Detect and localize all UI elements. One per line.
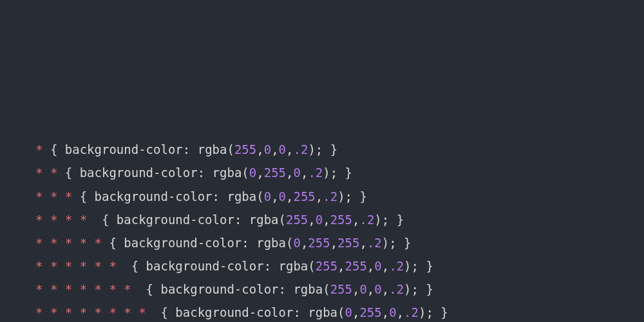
brace-open: { (95, 213, 117, 227)
value-r: 255 (286, 213, 308, 227)
comma: , (256, 142, 263, 156)
paren-close: ); } (404, 282, 433, 296)
comma: , (352, 305, 359, 319)
comma: , (286, 142, 293, 156)
css-selector: * * * * * * * (35, 282, 138, 296)
css-func: rgba (227, 189, 256, 204)
value-a: .2 (359, 213, 374, 227)
value-b: 0 (374, 259, 381, 273)
value-b: 255 (330, 213, 352, 227)
value-b: 0 (389, 305, 396, 319)
value-g: 0 (359, 282, 366, 296)
value-g: 255 (345, 259, 367, 273)
code-line: * * * * { background-color: rgba(255,0,2… (35, 208, 609, 231)
colon: : (213, 189, 227, 204)
comma: , (301, 236, 308, 250)
css-func: rgba (198, 142, 227, 156)
css-selector: * * * * * (35, 236, 102, 250)
comma: , (323, 213, 330, 227)
css-selector: * * * * * * (35, 259, 124, 273)
value-b: 255 (293, 189, 315, 204)
colon: : (242, 236, 256, 250)
value-a: .2 (404, 305, 419, 319)
paren-open: ( (323, 282, 330, 296)
paren-open: ( (308, 259, 315, 273)
colon: : (198, 166, 213, 180)
value-r: 0 (293, 236, 300, 250)
css-property: background-color (146, 259, 264, 273)
value-r: 255 (330, 282, 352, 296)
colon: : (279, 282, 294, 296)
code-line: * * * * * * { background-color: rgba(255… (35, 254, 609, 278)
paren-open: ( (256, 189, 263, 204)
paren-open: ( (242, 166, 249, 180)
comma: , (382, 282, 389, 296)
css-selector: * * * (35, 189, 72, 204)
comma: , (397, 305, 404, 319)
css-func: rgba (256, 236, 286, 250)
css-selector: * * (35, 166, 57, 180)
colon: : (183, 142, 198, 156)
comma: , (382, 259, 389, 273)
comma: , (359, 236, 366, 250)
value-r: 255 (234, 142, 256, 156)
code-snippet: * { background-color: rgba(255,0,0,.2); … (35, 138, 609, 322)
code-line: * { background-color: rgba(255,0,0,.2); … (35, 138, 609, 161)
code-line: * * { background-color: rgba(0,255,0,.2)… (35, 161, 609, 184)
paren-close: ); } (374, 213, 404, 227)
paren-close: ); } (404, 259, 433, 273)
comma: , (271, 189, 278, 204)
brace-open: { (153, 305, 175, 319)
value-g: 255 (264, 166, 286, 180)
css-property: background-color (95, 189, 213, 204)
value-g: 0 (316, 213, 323, 227)
comma: , (286, 166, 293, 180)
comma: , (337, 259, 345, 273)
brace-open: { (43, 142, 64, 156)
css-selector: * (35, 142, 43, 156)
css-property: background-color (175, 305, 293, 319)
value-a: .2 (389, 259, 404, 273)
paren-open: ( (227, 142, 234, 156)
css-property: background-color (117, 213, 234, 227)
value-g: 0 (279, 189, 286, 204)
comma: , (367, 282, 374, 296)
comma: , (271, 142, 278, 156)
paren-close: ); } (382, 236, 412, 250)
css-property: background-color (65, 142, 183, 156)
comma: , (330, 236, 337, 250)
comma: , (256, 166, 263, 180)
value-b: 0 (279, 142, 286, 156)
value-r: 0 (345, 305, 352, 319)
value-b: 255 (337, 236, 359, 250)
comma: , (286, 189, 293, 204)
value-a: .2 (389, 282, 404, 296)
brace-open: { (138, 282, 160, 296)
comma: , (316, 189, 323, 204)
css-func: rgba (279, 259, 308, 273)
css-func: rgba (249, 213, 279, 227)
colon: : (293, 305, 308, 319)
code-line: * * * * * { background-color: rgba(0,255… (35, 231, 609, 254)
colon: : (264, 259, 279, 273)
paren-open: ( (337, 305, 345, 319)
comma: , (382, 305, 389, 319)
brace-open: { (102, 236, 124, 250)
value-a: .2 (367, 236, 382, 250)
css-property: background-color (80, 166, 198, 180)
css-selector: * * * * (35, 213, 95, 227)
comma: , (367, 259, 374, 273)
css-func: rgba (308, 305, 337, 319)
css-func: rgba (213, 166, 242, 180)
code-line: * * * * * * * { background-color: rgba(2… (35, 278, 609, 301)
value-a: .2 (294, 142, 308, 156)
comma: , (352, 213, 359, 227)
brace-open: { (72, 189, 94, 204)
comma: , (352, 282, 359, 296)
value-b: 0 (293, 166, 300, 180)
brace-open: { (57, 166, 79, 180)
value-g: 255 (308, 236, 330, 250)
code-line: * * * { background-color: rgba(0,0,255,.… (35, 185, 609, 208)
paren-close: ); } (323, 166, 352, 180)
css-selector: * * * * * * * * (35, 305, 153, 319)
